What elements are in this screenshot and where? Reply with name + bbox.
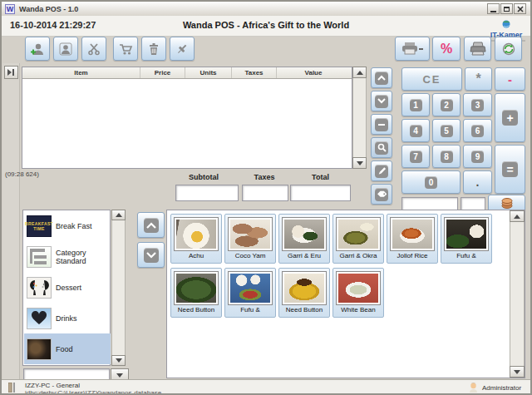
split-receipt-button[interactable]	[81, 37, 106, 61]
key-equals[interactable]: =	[495, 145, 525, 194]
column-header-units: Units	[185, 67, 232, 78]
delete-button[interactable]	[141, 37, 166, 61]
product-tile-jollof-rice[interactable]: Jollof Rice	[387, 214, 438, 264]
key-multiply[interactable]: *	[465, 67, 492, 91]
category-up-button[interactable]	[137, 212, 165, 238]
collapse-panel-button[interactable]	[4, 66, 18, 79]
app-title: Wanda POS - Africa's Gift to the World	[2, 20, 530, 30]
key-9[interactable]: 9	[463, 145, 492, 168]
receipt-scrollbar[interactable]	[352, 67, 367, 169]
dessert-category-image	[27, 277, 52, 299]
host-label: IZZY-PC - General	[25, 382, 80, 389]
search-product-button[interactable]	[371, 137, 392, 158]
key-8[interactable]: 8	[432, 145, 461, 168]
skip-end-icon	[7, 69, 15, 76]
close-button[interactable]	[514, 3, 526, 14]
product-image	[282, 271, 327, 305]
pin-receipt-button[interactable]	[170, 37, 195, 61]
remove-line-button[interactable]	[371, 114, 392, 135]
key-clear[interactable]: CE	[401, 67, 462, 91]
printer-icon	[470, 42, 486, 56]
product-tile-cocoyam[interactable]: Coco Yam	[224, 214, 276, 264]
key-minus[interactable]: -	[495, 67, 525, 91]
new-customer-button[interactable]	[25, 37, 50, 61]
categories-scroll-down-button[interactable]	[111, 355, 126, 366]
sync-globe-icon	[501, 42, 516, 57]
search-icon	[375, 141, 388, 155]
product-tile-white-bean[interactable]: White Bean	[332, 268, 384, 318]
print-button[interactable]	[464, 37, 491, 61]
category-tree-icon	[27, 246, 52, 268]
minimize-button[interactable]	[487, 3, 500, 14]
key-1[interactable]: 1	[401, 93, 430, 116]
minus-icon	[375, 118, 388, 131]
discount-button[interactable]: %	[432, 37, 461, 61]
user-avatar	[468, 382, 479, 393]
key-7[interactable]: 7	[401, 145, 430, 168]
key-6[interactable]: 6	[463, 119, 492, 142]
food-category-image	[27, 338, 52, 360]
product-tile-need-button-2[interactable]: Need Button	[278, 268, 330, 318]
column-header-price: Price	[140, 67, 185, 78]
arrow-down-icon	[116, 358, 122, 363]
receipt-table: Item Price Units Taxes Value	[22, 67, 352, 169]
sync-button[interactable]	[495, 37, 522, 61]
units-entry-field	[461, 197, 485, 210]
customer-button[interactable]	[53, 37, 78, 61]
category-item-standard[interactable]: Category Standard	[24, 241, 111, 272]
receipt-scroll-up-button[interactable]	[352, 67, 367, 78]
line-up-button[interactable]	[371, 67, 392, 88]
arrow-up-icon	[514, 215, 520, 219]
categories-scroll-up-button[interactable]	[111, 210, 126, 220]
key-4[interactable]: 4	[401, 119, 430, 142]
total-label: Total	[290, 173, 351, 181]
product-image	[336, 217, 381, 251]
product-tile-garri-eru[interactable]: Garri & Eru	[278, 214, 330, 264]
chevron-down-icon	[144, 248, 159, 263]
print-bill-button[interactable]	[395, 37, 430, 61]
receipt-scroll-down-button[interactable]	[352, 157, 367, 169]
drinks-category-image	[27, 308, 52, 329]
amount-entry-field	[401, 197, 458, 210]
products-scroll-down-button[interactable]	[510, 366, 525, 378]
close-icon	[517, 6, 524, 12]
customer-add-icon	[30, 42, 45, 56]
database-label: jdbc:derby:C:\Users\IZZY\wandapos-databa…	[25, 389, 161, 394]
ticket-id: (09:28 624)	[5, 170, 39, 178]
category-item-breakfast[interactable]: BREAKFAST TIME Break Fast	[24, 210, 111, 241]
product-tile-fufu-2[interactable]: Fufu &	[224, 268, 276, 318]
key-5[interactable]: 5	[432, 119, 461, 142]
total-field	[290, 185, 351, 201]
product-tile-need-button-1[interactable]: Need Button	[170, 268, 222, 318]
category-down-button[interactable]	[137, 242, 165, 268]
column-header-value: Value	[277, 67, 350, 78]
window-title: Wanda POS - 1.0	[19, 5, 78, 13]
printer-minus-icon	[401, 42, 423, 56]
key-2[interactable]: 2	[432, 93, 461, 116]
line-down-button[interactable]	[371, 91, 392, 111]
pencil-icon	[375, 165, 388, 178]
product-tile-achu[interactable]: Achu	[170, 214, 222, 264]
taxes-field	[242, 185, 288, 201]
app-window: W Wanda POS - 1.0 16-10-2014 21:29:27 Wa…	[0, 0, 532, 395]
user-label: Administrator	[482, 384, 521, 392]
attributes-button[interactable]	[371, 184, 392, 205]
category-item-drinks[interactable]: Drinks	[24, 303, 111, 333]
product-tile-garri-okra[interactable]: Garri & Okra	[332, 214, 384, 264]
edit-line-button[interactable]	[371, 160, 392, 181]
key-dot[interactable]: .	[463, 170, 492, 194]
taxes-label: Taxes	[241, 173, 288, 181]
key-plus[interactable]: +	[495, 93, 525, 142]
maximize-icon	[504, 7, 510, 12]
categories-scrollbar[interactable]	[111, 210, 126, 366]
products-scroll-up-button[interactable]	[510, 210, 525, 222]
products-scrollbar[interactable]	[510, 210, 525, 378]
arrow-down-icon	[514, 370, 520, 374]
key-0[interactable]: 0	[401, 170, 461, 194]
category-item-food[interactable]: Food	[24, 333, 111, 364]
category-item-dessert[interactable]: Dessert	[24, 272, 111, 303]
key-3[interactable]: 3	[463, 93, 492, 116]
maximize-button[interactable]	[500, 3, 513, 14]
cart-button[interactable]	[113, 37, 138, 61]
product-tile-fufu-1[interactable]: Fufu &	[441, 214, 492, 264]
